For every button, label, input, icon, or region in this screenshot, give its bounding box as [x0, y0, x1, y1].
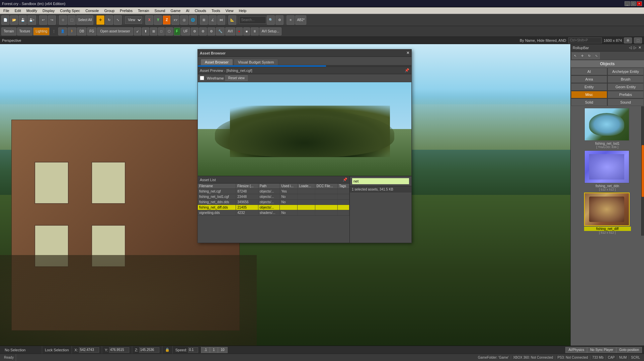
record-btn[interactable]: ● [236, 27, 243, 35]
pause-btn[interactable]: ⏸ [251, 27, 259, 35]
measure-btn[interactable]: 📐 [228, 15, 236, 25]
sb-lock-icon[interactable]: 🔒 [162, 346, 173, 354]
save-btn[interactable]: 💾 [19, 15, 27, 25]
ab-list-pin[interactable]: 📌 [343, 177, 347, 182]
avi-setup-btn[interactable]: AVI Setup... [259, 27, 282, 35]
scale-tool[interactable]: ⤡ [114, 15, 122, 25]
menu-ai[interactable]: AI [183, 7, 192, 14]
open-asset-browser-btn[interactable]: Open asset browser [97, 27, 133, 35]
layers-btn[interactable]: ≡ [287, 15, 295, 25]
search-btn[interactable]: 🔍 [267, 15, 275, 25]
uf-btn[interactable]: UF [181, 27, 190, 35]
xy-btn[interactable]: XY [171, 15, 179, 25]
rb-max-btn[interactable]: ▷ [633, 45, 637, 50]
menu-group[interactable]: Group [101, 7, 117, 14]
stop-btn[interactable]: ■ [243, 27, 250, 35]
speed3-btn[interactable]: 10 [218, 347, 228, 353]
viewport-fullscreen-btn[interactable]: ⬚ [634, 37, 642, 43]
new-btn[interactable]: 📄 [1, 15, 9, 25]
obj-entity[interactable]: Entity [571, 83, 607, 91]
ab-list-container[interactable]: Filename Filesize (... Path Used i... Lo… [198, 184, 349, 243]
col-dcc[interactable]: DCC File... [315, 184, 337, 189]
grid-btn[interactable]: ⊞ [200, 15, 208, 25]
x-input[interactable] [79, 347, 99, 353]
x-axis-btn[interactable]: X [145, 15, 153, 25]
view-select[interactable]: View [125, 16, 142, 24]
select-region[interactable]: ⬚ [68, 15, 76, 25]
tab-asset-browser[interactable]: Asset Browser [200, 59, 233, 65]
list-item[interactable]: fishing_net_ddn.dds349656objects/...No [198, 200, 349, 205]
thumb-lod1[interactable]: fishing_net_lod1 [ Tris/LOD: 836 ] [584, 108, 631, 149]
maximize-btn[interactable]: □ [631, 1, 636, 6]
close-btn[interactable]: ✕ [637, 1, 642, 6]
col-tags[interactable]: Tags [337, 184, 349, 189]
ai-physics-btn[interactable]: AI/Physics [565, 347, 587, 353]
terrain-mode-btn[interactable]: Terrain [1, 27, 16, 35]
menu-display[interactable]: Display [40, 7, 57, 14]
list-item[interactable]: vignetting.dds4232shaders/...No [198, 210, 349, 216]
minimize-btn[interactable]: _ [625, 1, 630, 6]
ab-close-btn[interactable]: ✕ [406, 51, 409, 55]
menu-console[interactable]: Console [83, 7, 101, 14]
wireframe-check[interactable] [200, 76, 204, 80]
rotate-tool[interactable]: ↻ [105, 15, 113, 25]
tb2-cylinder[interactable]: ⬡ [165, 27, 173, 35]
obj-prefabs[interactable]: Prefabs [608, 91, 644, 98]
gear2-btn[interactable]: ⚙ [199, 27, 207, 35]
obj-sound[interactable]: Sound [608, 99, 644, 106]
select-all-btn[interactable]: Select All [76, 15, 93, 25]
col-used[interactable]: Used i... [280, 184, 298, 189]
speed2-btn[interactable]: 1 [210, 347, 218, 353]
reset-view-btn[interactable]: Reset view [225, 75, 248, 81]
tb2-extra2[interactable]: 🚶 [68, 27, 76, 35]
f-btn[interactable]: F [174, 27, 180, 35]
undo-btn[interactable]: ↩ [39, 15, 47, 25]
tab-visual-budget[interactable]: Visual Budget System [234, 59, 278, 65]
filter-btn[interactable]: ⚙ [275, 15, 284, 25]
redo-btn[interactable]: ↪ [48, 15, 56, 25]
menu-terrain[interactable]: Terrain [135, 7, 152, 14]
obj-solid[interactable]: Solid [571, 99, 607, 106]
col-path[interactable]: Path [258, 184, 280, 189]
menu-game[interactable]: Game [168, 7, 183, 14]
open-btn[interactable]: 📂 [10, 15, 18, 25]
menu-edit[interactable]: Edit [12, 7, 24, 14]
thumb-ddn[interactable]: fishing_net_ddn [ 512 x 512 ] [584, 150, 631, 191]
viewport-settings-btn[interactable]: ⚙ [624, 37, 632, 43]
thumb-diff[interactable]: fishing_net_diff [ 512 x 512 ] [584, 193, 631, 234]
gear1-btn[interactable]: ⚙ [191, 27, 198, 35]
rb-rotate-btn[interactable]: ↻ [586, 52, 593, 59]
list-item-selected[interactable]: fishing_net_diff.dds21405objects/... [198, 205, 349, 210]
speed1-btn[interactable]: .1 [201, 347, 210, 353]
obj-geom[interactable]: Geom Entity [608, 83, 644, 91]
menu-prefabs[interactable]: Prefabs [117, 7, 135, 14]
tb2-grid[interactable]: ⊞ [150, 27, 157, 35]
db-btn[interactable]: DB [77, 27, 86, 35]
rotate2-btn[interactable]: ◎ [180, 15, 188, 25]
angle-btn[interactable]: ∠ [209, 15, 217, 25]
col-loaded[interactable]: Loade... [298, 184, 315, 189]
rb-scale-btn[interactable]: ⤡ [593, 52, 600, 59]
z-axis-btn[interactable]: Z [163, 15, 171, 25]
menu-modify[interactable]: Modify [24, 7, 40, 14]
avi-btn[interactable]: AVI [225, 27, 235, 35]
obj-ai[interactable]: AI [571, 68, 607, 75]
tb2-arrow[interactable]: ↙ [134, 27, 141, 35]
tb2-move[interactable]: ⬆ [142, 27, 149, 35]
search-input[interactable] [239, 16, 266, 24]
fg-btn[interactable]: FG [87, 27, 96, 35]
lighting-btn[interactable]: Lighting [33, 27, 50, 35]
gear3-btn[interactable]: ⚙ [208, 27, 215, 35]
list-item[interactable]: fishing_net_lod1.cgf23448objects/...No [198, 194, 349, 200]
menu-help[interactable]: Help [236, 7, 249, 14]
rb-close-btn[interactable]: ✕ [638, 45, 642, 50]
save-as-btn[interactable]: 💾+ [27, 15, 36, 25]
y-axis-btn[interactable]: Y [154, 15, 162, 25]
viewport[interactable]: Asset Browser ✕ Asset Browser Visual Bud… [0, 44, 570, 346]
viewport-search[interactable] [568, 37, 602, 43]
scrollbar-handle[interactable] [642, 145, 644, 197]
obj-area[interactable]: Area [571, 76, 607, 83]
goto-position-btn[interactable]: Goto position [616, 347, 642, 353]
move-tool[interactable]: ✛ [96, 15, 104, 25]
obj-brush[interactable]: Brush [608, 76, 644, 83]
